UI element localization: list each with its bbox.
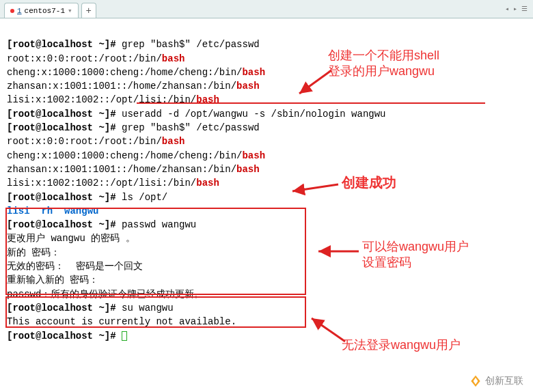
new-tab-button[interactable]: + (81, 3, 96, 18)
watermark: 创新互联 (469, 374, 523, 388)
annotation-nologin: 无法登录wangwu用户 (342, 337, 461, 353)
cmd-useradd: useradd -d /opt/wangwu -s /sbin/nologin … (122, 109, 385, 120)
match-bash: bash (236, 81, 260, 92)
prompt: [root@localhost ~]# (7, 192, 116, 203)
su-msg: This account is currently not available. (7, 316, 236, 327)
passwd-line-5: passwd：所有的身份验证令牌已经成功更新。 (7, 289, 204, 300)
cmd-ls: ls /opt/ (122, 192, 167, 203)
annotation-passwd: 可以给wangwu用户设置密码 (362, 239, 469, 271)
output-cheng: cheng:x:1000:1000:cheng:/home/cheng:/bin… (7, 150, 242, 161)
passwd-line-2: 新的 密码： (7, 247, 60, 258)
prompt: [root@localhost ~]# (7, 303, 116, 313)
annotation-useradd: 创建一个不能用shell登录的用户wangwu (328, 48, 439, 80)
match-bash: bash (236, 164, 260, 175)
cmd-grep-1: grep "bash$" /etc/passwd (122, 39, 260, 50)
tab-label: centos7-1 (25, 7, 65, 15)
ls-lisi: lisi (7, 206, 30, 216)
match-bash: bash (242, 150, 265, 161)
output-zhansan: zhansan:x:1001:1001::/home/zhansan:/bin/ (7, 81, 236, 92)
window-menu-icon[interactable]: ◂ ▸ ☰ (505, 5, 528, 13)
status-dot-icon (10, 9, 14, 13)
match-bash: bash (162, 136, 185, 147)
match-bash: bash (242, 67, 265, 78)
cmd-grep-2: grep "bash$" /etc/passwd (122, 122, 260, 133)
ls-wangwu: wangwu (64, 206, 98, 216)
cmd-su: su wangwu (122, 303, 174, 313)
highlight-underline (137, 102, 485, 104)
tab-centos7-1[interactable]: 1 centos7-1 ▾ (4, 3, 79, 18)
prompt: [root@localhost ~]# (7, 122, 116, 133)
tab-dropdown-icon[interactable]: ▾ (68, 6, 72, 15)
prompt: [root@localhost ~]# (7, 39, 116, 50)
tab-bar: 1 centos7-1 ▾ + ◂ ▸ ☰ (0, 0, 533, 18)
output-zhansan: zhansan:x:1001:1001::/home/zhansan:/bin/ (7, 164, 236, 175)
output-root: root:x:0:0:root:/root:/bin/ (7, 53, 162, 64)
output-lisi: lisi:x:1002:1002::/opt/lisi:/bin/ (7, 94, 196, 105)
match-bash: bash (162, 53, 185, 64)
output-root: root:x:0:0:root:/root:/bin/ (7, 136, 162, 147)
output-lisi: lisi:x:1002:1002::/opt/lisi:/bin/ (7, 178, 196, 188)
watermark-text: 创新互联 (485, 375, 523, 387)
ls-rh: rh (41, 206, 53, 216)
match-bash: bash (196, 94, 219, 105)
tab-number: 1 (17, 7, 22, 15)
passwd-line-1: 更改用户 wangwu 的密码 。 (7, 233, 135, 244)
cmd-passwd: passwd wangwu (122, 219, 196, 230)
match-bash: bash (196, 178, 219, 188)
output-cheng: cheng:x:1000:1000:cheng:/home/cheng:/bin… (7, 67, 242, 78)
passwd-line-3: 无效的密码： 密码是一个回文 (7, 261, 143, 272)
brand-icon (469, 374, 482, 388)
cursor-icon (122, 331, 127, 341)
passwd-line-4: 重新输入新的 密码： (7, 275, 98, 285)
prompt: [root@localhost ~]# (7, 219, 116, 230)
prompt: [root@localhost ~]# (7, 331, 116, 341)
annotation-created: 创建成功 (342, 173, 396, 191)
terminal[interactable]: [root@localhost ~]# grep "bash$" /etc/pa… (0, 18, 533, 350)
prompt: [root@localhost ~]# (7, 109, 116, 120)
